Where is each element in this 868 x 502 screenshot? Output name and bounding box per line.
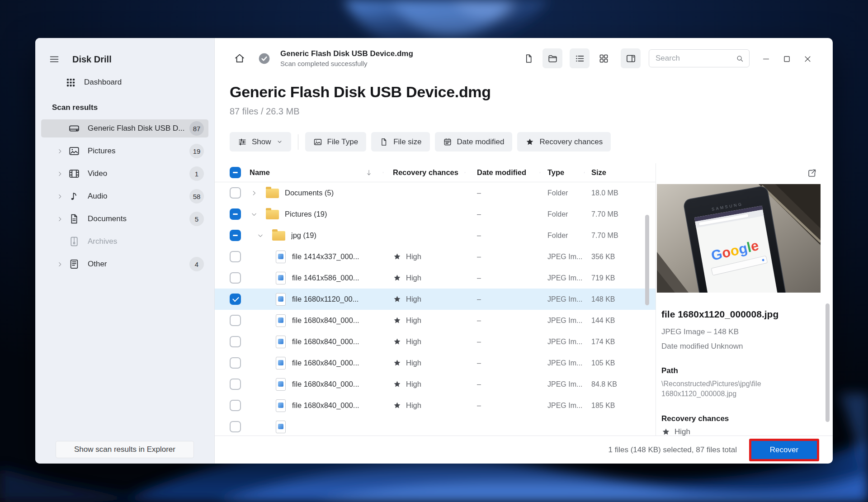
row-name-cell: jpg (19)	[250, 230, 383, 241]
row-checkbox[interactable]	[230, 400, 241, 411]
sidebar-item-other[interactable]: Other4	[41, 255, 208, 273]
sidebar-item-dashboard[interactable]: Dashboard	[41, 73, 208, 91]
chevron-down-icon[interactable]	[257, 232, 266, 239]
table-row[interactable]	[215, 416, 656, 436]
scan-title: Generic Flash Disk USB Device.dmg	[280, 49, 413, 58]
row-checkbox[interactable]	[230, 272, 241, 284]
column-header-date[interactable]: Date modified	[465, 168, 540, 177]
column-name-label: Name	[250, 168, 270, 177]
expand-chevron-icon[interactable]	[57, 148, 68, 155]
recover-button[interactable]: Recover	[751, 441, 817, 459]
row-checkbox[interactable]	[230, 421, 241, 432]
sidebar-item-archives[interactable]: Archives	[41, 232, 208, 251]
row-recovery-cell: High	[383, 252, 465, 261]
row-type-cell: Folder	[540, 210, 584, 218]
expand-chevron-icon[interactable]	[57, 216, 68, 223]
table-row[interactable]: file 1680x840_000...High–JPEG Im...174 K…	[215, 331, 656, 352]
expand-chevron-icon[interactable]	[57, 170, 68, 177]
footer-bar: 1 files (148 KB) selected, 87 files tota…	[215, 436, 833, 464]
menu-icon[interactable]	[49, 54, 60, 65]
sidebar-item-pictures[interactable]: Pictures19	[41, 142, 208, 160]
star-icon	[393, 337, 401, 346]
row-recovery-cell: High	[383, 401, 465, 410]
row-checkbox-cell	[230, 208, 250, 220]
row-checkbox[interactable]	[230, 379, 241, 390]
table-row[interactable]: file 1461x586_000...High–JPEG Im...719 K…	[215, 267, 656, 289]
filter-date-modified-button[interactable]: Date modified	[435, 132, 513, 152]
row-checkbox[interactable]	[230, 336, 241, 347]
chevron-down-icon[interactable]	[250, 211, 259, 218]
row-checkbox[interactable]	[230, 187, 241, 199]
table-row[interactable]: file 1680x840_000...High–JPEG Im...144 K…	[215, 310, 656, 331]
show-in-explorer-button[interactable]: Show scan results in Explorer	[56, 441, 194, 458]
search-input[interactable]	[649, 54, 772, 63]
row-date-cell: –	[465, 210, 540, 218]
folder-icon	[272, 231, 285, 241]
sidebar-item-video[interactable]: Video1	[41, 165, 208, 183]
table-scrollbar[interactable]	[645, 215, 649, 305]
show-filter-button[interactable]: Show	[230, 132, 291, 152]
folder-icon	[547, 53, 558, 64]
close-icon	[803, 55, 811, 62]
home-icon[interactable]	[234, 52, 245, 64]
preview-panel: SAMSUNG Google file 1680x1	[656, 163, 833, 436]
row-checkbox[interactable]	[230, 315, 241, 326]
row-checkbox[interactable]	[230, 230, 241, 241]
sort-descending-icon[interactable]	[365, 169, 373, 177]
table-row[interactable]: file 1680x840_000...High–JPEG Im...84.8 …	[215, 374, 656, 395]
filter-file-size-button[interactable]: File size	[371, 132, 429, 152]
show-filter-label: Show	[252, 137, 271, 147]
row-type-cell: JPEG Im...	[540, 359, 584, 367]
sidebar-item-label: Documents	[88, 214, 189, 223]
column-header-size[interactable]: Size	[584, 168, 656, 177]
table-row[interactable]: jpg (19)–Folder7.70 MB	[215, 225, 656, 246]
row-checkbox[interactable]	[230, 357, 241, 369]
count-badge: 5	[189, 212, 204, 226]
table-row[interactable]: Documents (5)–Folder18.0 MB	[215, 182, 656, 204]
sidebar-item-documents[interactable]: Documents5	[41, 210, 208, 228]
filter-file-type-button[interactable]: File Type	[305, 132, 367, 152]
chevron-right-icon[interactable]	[250, 189, 259, 197]
panel-scrollbar[interactable]	[826, 303, 830, 422]
jpeg-file-icon	[276, 336, 286, 348]
grid-view-icon	[599, 53, 609, 64]
list-view-button[interactable]	[570, 48, 590, 68]
row-type-cell: JPEG Im...	[540, 380, 584, 388]
table-row[interactable]: file 1680x840_000...High–JPEG Im...185 K…	[215, 395, 656, 416]
row-checkbox[interactable]	[230, 251, 241, 262]
row-size-cell: 18.0 MB	[584, 189, 656, 197]
recovery-value: High	[406, 401, 421, 410]
row-type-cell: JPEG Im...	[540, 253, 584, 261]
column-header-type[interactable]: Type	[540, 168, 584, 177]
file-view-button[interactable]	[519, 48, 538, 68]
select-all-checkbox[interactable]	[230, 167, 241, 178]
sidebar-item-audio[interactable]: Audio58	[41, 187, 208, 205]
scan-status: Scan completed successfully	[280, 60, 413, 67]
maximize-button[interactable]	[776, 49, 797, 67]
sidebar-item-generic-flash-disk-usb-d[interactable]: Generic Flash Disk USB D...87	[41, 119, 208, 137]
recovery-value: High	[406, 359, 421, 367]
grid-view-button[interactable]	[594, 48, 613, 68]
document-icon	[68, 213, 80, 225]
table-row[interactable]: file 1680x840_000...High–JPEG Im...105 K…	[215, 352, 656, 374]
row-size-cell: 144 KB	[584, 317, 656, 325]
open-preview-icon[interactable]	[807, 168, 817, 179]
table-row[interactable]: Pictures (19)–Folder7.70 MB	[215, 204, 656, 225]
column-header-recovery[interactable]: Recovery chances	[383, 168, 465, 177]
expand-chevron-icon[interactable]	[57, 193, 68, 200]
row-checkbox[interactable]	[230, 208, 241, 220]
chevron-placeholder	[57, 238, 68, 245]
folder-view-button[interactable]	[542, 48, 562, 68]
column-header-name[interactable]: Name	[250, 168, 383, 177]
preview-panel-button[interactable]	[621, 48, 641, 68]
table-row[interactable]: file 1414x337_000...High–JPEG Im...356 K…	[215, 246, 656, 267]
row-recovery-cell: High	[383, 316, 465, 325]
row-checkbox[interactable]	[230, 294, 241, 305]
close-button[interactable]	[797, 49, 817, 67]
preview-date-modified: Date modified Unknown	[661, 342, 833, 351]
row-type-cell: JPEG Im...	[540, 317, 584, 325]
table-row[interactable]: file 1680x1120_00...High–JPEG Im...148 K…	[215, 289, 656, 310]
filter-recovery-chances-button[interactable]: Recovery chances	[517, 132, 611, 152]
jpeg-file-icon	[276, 314, 286, 327]
expand-chevron-icon[interactable]	[57, 261, 68, 268]
